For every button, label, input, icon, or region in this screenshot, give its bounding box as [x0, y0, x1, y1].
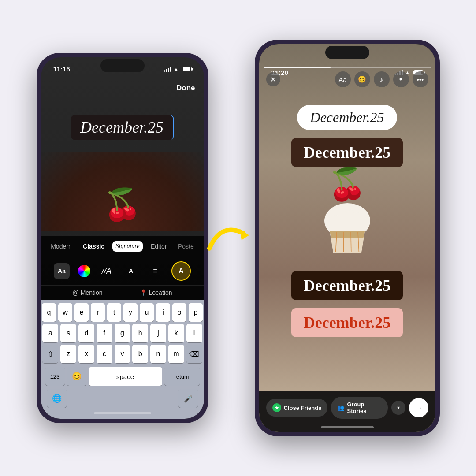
italic-tool[interactable]: //A [99, 263, 115, 279]
right-top-bar: ✕ Aa 😊 ♪ ✦ ••• [259, 44, 435, 92]
location-icon: 📍 [140, 289, 147, 296]
cherry-emoji: 🍒 [103, 186, 141, 223]
dropdown-button[interactable]: ▾ [391, 401, 405, 415]
key-mic[interactable]: 🎤 [178, 389, 198, 408]
key-d[interactable]: d [78, 324, 94, 342]
key-e[interactable]: e [74, 303, 89, 322]
keyboard-row-1: q w e r t y u i o p [43, 303, 202, 322]
effects-button[interactable]: ✦ [393, 71, 409, 87]
key-j[interactable]: j [150, 324, 166, 342]
keyboard-row-2: a s d f g h j k l [43, 324, 202, 342]
wifi-icon-left: ▲ [174, 66, 179, 72]
cherry-decoration: 🍒 [328, 166, 366, 202]
key-x[interactable]: x [78, 345, 94, 363]
background-tool[interactable]: A [171, 261, 191, 281]
key-shift[interactable]: ⇧ [42, 345, 58, 363]
text-preview-left[interactable]: December.25 [71, 115, 174, 140]
key-w[interactable]: w [58, 303, 72, 322]
direction-arrow [202, 211, 255, 264]
key-t[interactable]: t [107, 303, 121, 322]
font-tab-poste[interactable]: Poste [175, 241, 197, 252]
key-u[interactable]: u [140, 303, 154, 322]
key-emoji[interactable]: 😊 [67, 367, 86, 386]
font-tabs: Modern Classic Signature Editor Poste [41, 239, 204, 253]
arrow-container [202, 211, 255, 265]
mention-location-row: @ Mention 📍 Location [41, 285, 204, 300]
key-globe[interactable]: 🌐 [47, 389, 67, 408]
text-overlay-2[interactable]: December.25 [291, 138, 403, 167]
cupcake-svg [308, 193, 387, 263]
key-k[interactable]: k [168, 324, 184, 342]
at-icon: @ [73, 289, 79, 296]
key-h[interactable]: h [132, 324, 148, 342]
key-return[interactable]: return [164, 367, 200, 386]
status-icons-left: ▲ [164, 66, 192, 72]
text-overlay-1[interactable]: December.25 [297, 105, 398, 130]
key-123[interactable]: 123 [45, 367, 65, 386]
status-time-left: 11:15 [53, 65, 70, 73]
key-q[interactable]: q [42, 303, 56, 322]
font-tab-classic[interactable]: Classic [79, 241, 108, 252]
key-o[interactable]: o [172, 303, 186, 322]
color-tool[interactable] [78, 265, 90, 277]
right-toolbar: Aa 😊 ♪ ✦ ••• [335, 71, 428, 87]
status-bar-left: 11:15 ▲ [41, 65, 204, 73]
key-p[interactable]: p [189, 303, 203, 322]
sticker-button[interactable]: 😊 [354, 71, 370, 87]
key-y[interactable]: y [123, 303, 138, 322]
battery-icon-left [182, 67, 192, 71]
font-tab-modern[interactable]: Modern [47, 241, 75, 252]
key-c[interactable]: c [97, 345, 112, 363]
key-n[interactable]: n [150, 345, 166, 363]
story-content: December.25 December.25 🍒 [259, 92, 435, 391]
key-i[interactable]: i [156, 303, 170, 322]
keyboard: q w e r t y u i o p a s [41, 300, 204, 419]
svg-line-3 [343, 232, 344, 252]
align-tool[interactable]: ≡ [147, 263, 163, 279]
key-b[interactable]: b [132, 345, 148, 363]
key-s[interactable]: s [60, 324, 76, 342]
music-button[interactable]: ♪ [374, 71, 390, 87]
text-canvas: December.25 🍒 [41, 97, 204, 236]
key-g[interactable]: g [115, 324, 130, 342]
group-stories-button[interactable]: 👥 Group Stories [331, 397, 387, 419]
text-style-tool[interactable]: A [123, 263, 139, 279]
key-a[interactable]: a [42, 324, 58, 342]
chevron-down-icon: ▾ [397, 405, 400, 411]
signal-icon-left [164, 67, 171, 72]
right-phone-screen: 11:20 ▲ [259, 44, 435, 432]
home-indicator-right [321, 426, 374, 428]
key-backspace[interactable]: ⌫ [186, 345, 202, 363]
close-friends-button[interactable]: ★ Close Friends [266, 399, 328, 416]
text-overlay-3[interactable]: December.25 [291, 271, 403, 300]
send-button[interactable]: → [409, 398, 428, 417]
left-phone-screen: 11:15 ▲ [41, 57, 204, 419]
font-tab-editor[interactable]: Editor [147, 241, 171, 252]
keyboard-row-4: 123 😊 space return [43, 365, 202, 387]
font-selector: Modern Classic Signature Editor Poste [41, 236, 204, 257]
close-button[interactable]: ✕ [266, 72, 280, 86]
key-m[interactable]: m [168, 345, 184, 363]
home-indicator-left [94, 412, 151, 414]
done-button[interactable]: Done [176, 84, 195, 93]
keyboard-row-3: ⇧ z x c v b n m ⌫ [43, 345, 202, 363]
key-space[interactable]: space [89, 367, 162, 386]
location-label: Location [149, 289, 172, 296]
font-tab-signature[interactable]: Signature [112, 241, 143, 252]
key-f[interactable]: f [97, 324, 112, 342]
key-r[interactable]: r [91, 303, 105, 322]
more-button[interactable]: ••• [413, 71, 428, 87]
text-overlay-4[interactable]: December.25 [291, 308, 403, 337]
location-button[interactable]: 📍 Location [140, 289, 172, 296]
svg-line-4 [351, 232, 351, 252]
mention-label: Mention [81, 289, 103, 296]
text-style-button[interactable]: Aa [335, 71, 351, 87]
key-v[interactable]: v [115, 345, 130, 363]
send-icon: → [415, 403, 423, 413]
mention-button[interactable]: @ Mention [73, 289, 103, 296]
font-size-tool[interactable]: Aa [54, 263, 70, 279]
key-l[interactable]: l [186, 324, 202, 342]
key-z[interactable]: z [60, 345, 76, 363]
svg-marker-0 [240, 229, 249, 240]
phone-right: 11:20 ▲ [255, 40, 440, 436]
